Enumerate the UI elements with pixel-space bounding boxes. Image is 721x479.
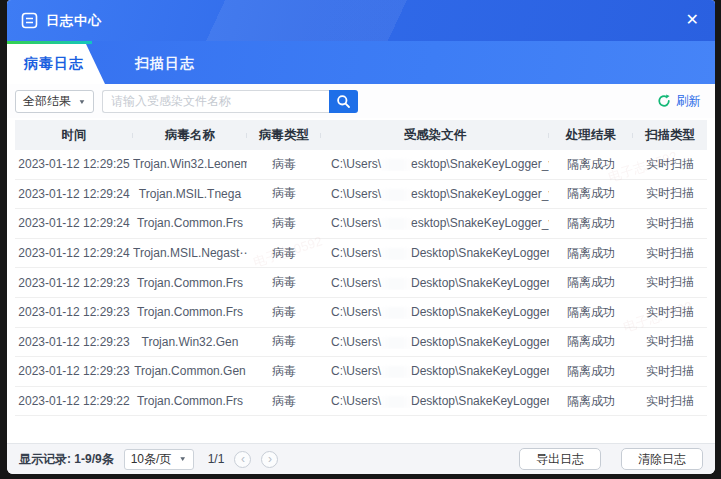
- document-icon: [21, 12, 38, 29]
- redacted-username-blur: [381, 159, 411, 171]
- cell-virus-name: Trojan.Common.Gen: [133, 364, 247, 378]
- page-size-dropdown[interactable]: 10条/页 ▼: [124, 449, 194, 470]
- tab-virus-log[interactable]: 病毒日志: [7, 44, 105, 84]
- tab-virus-log-label: 病毒日志: [24, 55, 84, 73]
- cell-time: 2023-01-12 12:29:23: [15, 305, 133, 319]
- cell-scan-type: 实时扫描: [633, 185, 707, 202]
- file-path-prefix: C:\Users\: [331, 364, 381, 378]
- cell-scan-type: 实时扫描: [633, 304, 707, 321]
- table-body: 2023-01-12 12:29:25 Trojan.Win32.Leonem …: [15, 150, 707, 416]
- header-infected-file: 受感染文件: [321, 127, 549, 144]
- tab-scan-log-label: 扫描日志: [135, 55, 195, 73]
- cell-infected-file: C:\Users\Desktop\SnakeKeyLogger_vi⋯: [321, 305, 549, 319]
- cell-infected-file: C:\Users\esktop\SnakeKeyLogger_vi⋯: [321, 157, 549, 171]
- cell-result: 隔离成功: [549, 393, 633, 410]
- prev-page-button[interactable]: ‹: [234, 451, 251, 468]
- cell-time: 2023-01-12 12:29:24: [15, 187, 133, 201]
- window-title: 日志中心: [46, 12, 102, 30]
- close-icon[interactable]: ✕: [686, 10, 699, 30]
- cell-time: 2023-01-12 12:29:24: [15, 216, 133, 230]
- virus-log-table: 时间 病毒名称 病毒类型 受感染文件 处理结果 扫描类型 2023-01-12 …: [7, 118, 715, 443]
- table-header-row: 时间 病毒名称 病毒类型 受感染文件 处理结果 扫描类型: [15, 120, 707, 150]
- file-path-prefix: C:\Users\: [331, 335, 381, 349]
- cell-virus-type: 病毒: [247, 333, 321, 350]
- search-group: [102, 90, 358, 113]
- cell-virus-name: Trojan.Win32.Leonem: [133, 157, 247, 171]
- cell-result: 隔离成功: [549, 304, 633, 321]
- tab-scan-log[interactable]: 扫描日志: [115, 44, 215, 84]
- cell-virus-type: 病毒: [247, 274, 321, 291]
- file-path-prefix: C:\Users\: [331, 394, 381, 408]
- redacted-username-blur: [381, 307, 411, 319]
- next-page-button[interactable]: ›: [261, 451, 278, 468]
- file-path-prefix: C:\Users\: [331, 305, 381, 319]
- export-log-button[interactable]: 导出日志: [519, 448, 601, 470]
- header-virus-type: 病毒类型: [247, 127, 321, 144]
- file-path-suffix: esktop\SnakeKeyLogger_vi⋯: [411, 157, 549, 171]
- file-path-suffix: esktop\SnakeKeyLogger_vi⋯: [411, 187, 549, 201]
- table-row: 2023-01-12 12:29:23 Trojan.Common.Frs 病毒…: [15, 268, 707, 298]
- cell-virus-type: 病毒: [247, 156, 321, 173]
- table-row: 2023-01-12 12:29:25 Trojan.Win32.Leonem …: [15, 150, 707, 180]
- footer: 显示记录: 1-9/9条 10条/页 ▼ 1/1 ‹ › 导出日志 清除日志: [7, 443, 715, 474]
- cell-infected-file: C:\Users\Desktop\SnakeKeyLogger_vi⋯: [321, 335, 549, 349]
- chevron-down-icon: ▼: [78, 97, 86, 104]
- cell-time: 2023-01-12 12:29:25: [15, 157, 133, 171]
- cell-result: 隔离成功: [549, 333, 633, 350]
- cell-scan-type: 实时扫描: [633, 156, 707, 173]
- result-filter-value: 全部结果: [23, 93, 71, 110]
- active-tab-accent-line: [7, 41, 92, 44]
- clear-log-button[interactable]: 清除日志: [621, 448, 703, 470]
- file-path-suffix: Desktop\SnakeKeyLogger_vi⋯: [411, 335, 549, 349]
- cell-time: 2023-01-12 12:29:22: [15, 394, 133, 408]
- cell-virus-name: Trojan.Common.Frs: [133, 216, 247, 230]
- cell-time: 2023-01-12 12:29:23: [15, 335, 133, 349]
- records-count-label: 显示记录: 1-9/9条: [19, 451, 114, 468]
- cell-infected-file: C:\Users\Desktop\SnakeKeyLogger_vi⋯: [321, 246, 549, 260]
- file-path-suffix: Desktop\SnakeKeyLogger_vi⋯: [411, 276, 549, 290]
- table-row: 2023-01-12 12:29:23 Trojan.Win32.Gen 病毒 …: [15, 328, 707, 358]
- table-row: 2023-01-12 12:29:23 Trojan.Common.Frs 病毒…: [15, 298, 707, 328]
- cell-infected-file: C:\Users\Desktop\SnakeKeyLogger_vi⋯: [321, 276, 549, 290]
- toolbar: 全部结果 ▼ 刷新: [7, 84, 715, 118]
- watermark: 电子志 0592: [261, 118, 335, 119]
- cell-infected-file: C:\Users\esktop\SnakeKeyLogger_vi⋯: [321, 187, 549, 201]
- cell-infected-file: C:\Users\Desktop\SnakeKeyLogger_vi⋯: [321, 394, 549, 408]
- table-row: 2023-01-12 12:29:24 Trojan.MSIL.Negast⋯ …: [15, 239, 707, 269]
- redacted-username-blur: [381, 218, 411, 230]
- cell-scan-type: 实时扫描: [633, 245, 707, 262]
- cell-result: 隔离成功: [549, 215, 633, 232]
- cell-virus-name: Trojan.MSIL.Negast⋯: [133, 246, 247, 260]
- header-scan-type: 扫描类型: [633, 127, 707, 144]
- cell-time: 2023-01-12 12:29:24: [15, 246, 133, 260]
- cell-virus-name: Trojan.Common.Frs: [133, 276, 247, 290]
- header-virus-name: 病毒名称: [133, 127, 247, 144]
- cell-result: 隔离成功: [549, 185, 633, 202]
- cell-scan-type: 实时扫描: [633, 333, 707, 350]
- tab-bar: 病毒日志 扫描日志: [7, 41, 715, 84]
- redacted-username-blur: [381, 366, 411, 378]
- redacted-username-blur: [381, 278, 411, 290]
- cell-scan-type: 实时扫描: [633, 274, 707, 291]
- result-filter-dropdown[interactable]: 全部结果 ▼: [15, 90, 94, 113]
- cell-virus-type: 病毒: [247, 245, 321, 262]
- refresh-button[interactable]: 刷新: [657, 93, 701, 110]
- file-path-suffix: Desktop\SnakeKeyLogger_vi⋯: [411, 394, 549, 408]
- cell-scan-type: 实时扫描: [633, 215, 707, 232]
- cell-scan-type: 实时扫描: [633, 393, 707, 410]
- refresh-icon: [657, 94, 671, 108]
- search-input[interactable]: [102, 90, 329, 113]
- redacted-username-blur: [381, 337, 411, 349]
- cell-virus-type: 病毒: [247, 215, 321, 232]
- file-path-prefix: C:\Users\: [331, 157, 381, 171]
- file-path-prefix: C:\Users\: [331, 246, 381, 260]
- cell-infected-file: C:\Users\Desktop\SnakeKeyLogger_vi⋯: [321, 364, 549, 378]
- search-icon: [336, 94, 351, 109]
- search-button[interactable]: [329, 90, 358, 113]
- cell-infected-file: C:\Users\esktop\SnakeKeyLogger_vi⋯: [321, 216, 549, 230]
- redacted-username-blur: [381, 189, 411, 201]
- cell-virus-name: Trojan.MSIL.Tnega: [133, 187, 247, 201]
- cell-virus-name: Trojan.Common.Frs: [133, 394, 247, 408]
- cell-result: 隔离成功: [549, 363, 633, 380]
- file-path-suffix: Desktop\SnakeKeyLogger_vi⋯: [411, 305, 549, 319]
